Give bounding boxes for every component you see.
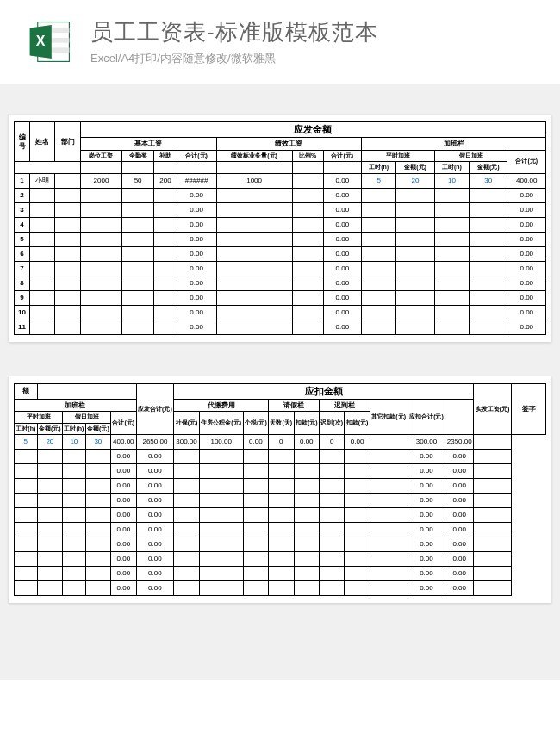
hdr-perf-std: 绩效标业务量(元)	[216, 150, 292, 161]
table-row: 0.000.000.000.00	[15, 450, 546, 464]
deduction-table: 额 应发合计(元) 应扣金额 实发工资(元) 签字 加班栏 代缴费用 请假栏 迟…	[14, 383, 546, 597]
deduction-sheet: 额 应发合计(元) 应扣金额 实发工资(元) 签字 加班栏 代缴费用 请假栏 迟…	[9, 376, 551, 604]
table-row: 0.000.000.000.00	[15, 567, 546, 581]
hdr-sign: 签字	[512, 383, 546, 435]
hdr-perf-pct: 比例%	[292, 150, 323, 161]
table-row: 0.000.000.000.00	[15, 464, 546, 479]
table-row: 0.000.000.000.00	[15, 508, 546, 523]
section-payable: 应发金额	[80, 122, 545, 138]
table-row: 40.000.000.00	[15, 217, 546, 232]
table-row: 0.000.000.000.00	[15, 581, 546, 596]
svg-text:X: X	[36, 33, 46, 48]
table-row: 0.000.000.000.00	[15, 494, 546, 508]
payable-sheet: 编号 姓名 部门 应发金额 基本工资 绩效工资 加班栏 岗位工资 全勤奖 补助 …	[9, 115, 551, 342]
grp-ot2: 加班栏	[15, 399, 137, 412]
hdr-other: 其它扣款(元)	[370, 399, 408, 434]
hdr-net: 实发工资(元)	[474, 383, 512, 435]
hdr-ot-holiday: 假日加班	[434, 150, 507, 161]
col-dept: 部门	[55, 122, 80, 162]
page-subtitle: Excel/A4打印/内容随意修改/微软雅黑	[90, 51, 534, 66]
hdr-post: 岗位工资	[80, 150, 121, 161]
excel-icon: X	[26, 18, 73, 65]
table-row: 70.000.000.00	[15, 261, 546, 276]
grp-late: 迟到栏	[319, 399, 370, 412]
grp-leave: 请假栏	[269, 399, 320, 412]
top-e: 额	[15, 383, 38, 399]
table-row: 110.000.000.00	[15, 320, 546, 334]
table-row: 90.000.000.00	[15, 290, 546, 305]
table-row: 1小明200050200######10000.005201030400.00	[15, 173, 546, 188]
table-row: 80.000.000.00	[15, 276, 546, 290]
table-row: 60.000.000.00	[15, 246, 546, 261]
hdr-payable-sum: 应发合计(元)	[136, 383, 174, 435]
hdr-ot-normal: 平时加班	[362, 150, 435, 161]
col-id: 编号	[15, 122, 30, 162]
page-header: X 员工工资表-标准版模板范本 Excel/A4打印/内容随意修改/微软雅黑	[0, 0, 560, 84]
hdr-deduct-sum: 应扣合计(元)	[408, 399, 445, 434]
grp-perf: 绩效工资	[216, 138, 361, 151]
hdr-ot-sum: 合计(元)	[507, 150, 546, 173]
table-row: 5201030400.002650.00300.00100.000.0000.0…	[15, 435, 546, 450]
grp-basic: 基本工资	[80, 138, 216, 151]
table-row: 0.000.000.000.00	[15, 537, 546, 552]
table-row: 0.000.000.000.00	[15, 479, 546, 494]
table-row: 30.000.000.00	[15, 202, 546, 217]
hdr-sub: 补助	[154, 150, 177, 161]
col-name: 姓名	[30, 122, 55, 162]
table-row: 100.000.000.00	[15, 305, 546, 320]
payable-table: 编号 姓名 部门 应发金额 基本工资 绩效工资 加班栏 岗位工资 全勤奖 补助 …	[14, 121, 546, 335]
hdr-attend: 全勤奖	[122, 150, 154, 161]
table-row: 50.000.000.00	[15, 232, 546, 246]
table-row: 0.000.000.000.00	[15, 523, 546, 537]
section-deduct: 应扣金额	[174, 383, 474, 399]
table-row: 20.000.000.00	[15, 188, 546, 202]
table-row: 0.000.000.000.00	[15, 552, 546, 567]
page-title: 员工工资表-标准版模板范本	[90, 17, 534, 47]
hdr-basic-sum: 合计(元)	[177, 150, 216, 161]
hdr-perf-sum: 合计(元)	[323, 150, 361, 161]
grp-pay: 代缴费用	[174, 399, 269, 412]
grp-ot: 加班栏	[362, 138, 546, 151]
